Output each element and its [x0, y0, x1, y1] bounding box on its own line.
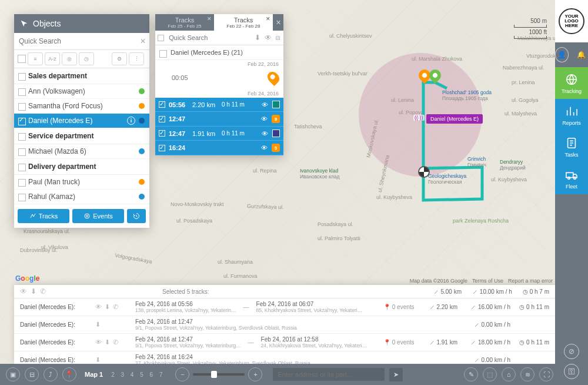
track-event[interactable]: 00:05 — [155, 68, 283, 89]
map-pin-start[interactable] — [419, 69, 430, 85]
map-pin-end[interactable] — [418, 166, 430, 178]
track-row[interactable]: 12:47 👁 9 — [155, 112, 283, 127]
track-checkbox[interactable] — [159, 101, 165, 108]
object-rahul[interactable]: Rahul (Kamaz) — [14, 190, 149, 204]
color-swatch[interactable] — [272, 101, 280, 108]
home-icon[interactable]: ⌂ — [502, 367, 516, 381]
key-icon[interactable]: ⚿ — [564, 364, 579, 379]
traffic-icon[interactable]: ⊟ — [25, 367, 39, 381]
tracks-search-input[interactable] — [166, 31, 252, 45]
object-daniel[interactable]: Daniel (Mercedes E)i — [14, 114, 149, 128]
tracks-tab-2[interactable]: TracksFeb 22 - Feb 28✕ — [214, 14, 273, 31]
nav-fleet[interactable]: Fleet — [555, 162, 588, 194]
result-row[interactable]: Daniel (Mercedes E):⬇ Feb 24, 2016 at 16… — [14, 351, 555, 364]
filter-icon[interactable]: ⋮ — [129, 52, 144, 65]
nav-tasks[interactable]: Tasks — [555, 131, 588, 162]
address-input[interactable] — [273, 368, 385, 381]
share-icon[interactable]: ⤴ — [44, 367, 58, 381]
track-row[interactable]: 12:471.91 km0 h 11 m 👁 — [155, 127, 283, 141]
eye-icon[interactable]: 👁 — [260, 144, 268, 151]
download-icon[interactable]: ⬇ — [252, 34, 263, 42]
object-ann[interactable]: Ann (Volkswagen) — [14, 84, 149, 99]
eye-off-icon[interactable]: ⦻ — [273, 34, 283, 42]
report-link[interactable]: Report a map error — [508, 278, 553, 284]
eye-icon[interactable]: 👁 — [263, 34, 273, 42]
svg-point-3 — [568, 177, 570, 180]
track-checkbox[interactable] — [159, 116, 165, 122]
group-service[interactable]: Service department — [14, 128, 149, 144]
result-row[interactable]: Daniel (Mercedes E):👁⬇✆ Feb 24, 2016 at … — [14, 298, 555, 316]
object-paul[interactable]: Paul (Man truck) — [14, 175, 149, 190]
track-checkbox[interactable] — [159, 145, 165, 151]
track-row[interactable]: 16:24 👁 5 — [155, 141, 283, 155]
object-michael[interactable]: Michael (Mazda 6) — [14, 144, 149, 159]
result-row[interactable]: Daniel (Mercedes E):⬇ Feb 24, 2016 at 12… — [14, 316, 555, 334]
track-row[interactable]: 05:562.20 km0 h 11 m 👁 — [155, 98, 283, 112]
select-all-tracks[interactable] — [155, 35, 166, 41]
svg-point-5 — [86, 215, 88, 217]
sort-az-button[interactable]: A-z — [45, 52, 60, 65]
list-view-icon[interactable]: ≡ — [28, 52, 43, 65]
clock-icon[interactable]: ◷ — [79, 52, 94, 65]
object-samantha[interactable]: Samantha (Ford Focus) — [14, 99, 149, 114]
svg-point-4 — [574, 177, 576, 180]
event-badge: 9 — [272, 115, 280, 123]
objects-panel: Objects ✕ ≡ A-z ◎ ◷ ⚙ ⋮ Sales department… — [14, 14, 149, 228]
user-icon[interactable]: 👤 — [555, 47, 569, 62]
eye-icon[interactable]: 👁 — [260, 130, 269, 137]
download-icon[interactable]: ⬇ — [31, 287, 36, 296]
map-tabs[interactable]: 2 3 4 5 6 7 — [111, 371, 165, 378]
results-panel: 👁⬇✆ Selected 5 tracks: ⟋ 5.00 km ⟋ 10.00… — [14, 285, 555, 364]
ruler-icon[interactable]: ✎ — [464, 367, 478, 381]
cursor-icon — [20, 19, 28, 28]
close-tab-icon[interactable]: ✕ — [207, 16, 212, 22]
zoom-in-icon[interactable]: + — [248, 367, 262, 381]
track-checkbox[interactable] — [159, 130, 165, 137]
row-actions[interactable]: 👁⬇✆ — [95, 338, 129, 346]
zoom-slider[interactable] — [193, 373, 245, 376]
clear-search-icon[interactable]: ✕ — [136, 33, 149, 49]
object-tool-icon[interactable]: ▣ — [6, 367, 20, 381]
zoom-out-icon[interactable]: − — [175, 367, 189, 381]
nav-tracking[interactable]: Tracking — [555, 67, 588, 99]
address-go-icon[interactable]: ➤ — [389, 368, 403, 381]
target-icon[interactable]: ◎ — [62, 52, 77, 65]
map-pin-start2[interactable] — [429, 69, 441, 85]
right-nav: YOUR LOGO HERE 👤 🔔 Tracking Reports Task… — [555, 0, 588, 385]
events-button[interactable]: Events — [72, 209, 124, 223]
tracks-button[interactable]: Tracks — [18, 209, 69, 223]
select-all-checkbox[interactable] — [18, 55, 26, 63]
map-object-label[interactable]: Daniel (Mercedes E) — [426, 114, 483, 124]
mute-icon[interactable]: ⊘ — [564, 344, 579, 359]
tracks-object-head[interactable]: Daniel (Mercedes E) (21) — [155, 45, 283, 60]
row-actions[interactable]: 👁⬇✆ — [95, 303, 129, 311]
bell-icon[interactable]: 🔔 — [574, 47, 588, 62]
eye-icon[interactable]: 👁 — [260, 115, 268, 122]
close-panel-icon[interactable]: ✕ — [273, 14, 283, 31]
eye-icon[interactable]: 👁 — [20, 287, 27, 296]
poi-label: DendraryyДендрарий — [500, 159, 526, 171]
fullscreen-icon[interactable]: ⛶ — [539, 367, 553, 381]
google-logo: Google — [15, 274, 39, 283]
objects-header: Objects — [14, 14, 149, 33]
nav-reports[interactable]: Reports — [555, 99, 588, 131]
map-selector[interactable]: Map 1 — [85, 371, 103, 378]
settings-icon[interactable]: ⚙ — [112, 52, 127, 65]
eye-icon[interactable]: 👁 — [260, 101, 269, 108]
info-icon[interactable]: i — [127, 117, 135, 125]
group-sales[interactable]: Sales department — [14, 68, 149, 84]
close-tab-icon[interactable]: ✕ — [266, 16, 270, 22]
terms-link[interactable]: Terms of Use — [472, 278, 503, 284]
objects-search-input[interactable] — [14, 33, 136, 49]
history-button[interactable] — [127, 209, 146, 223]
result-row[interactable]: Daniel (Mercedes E):👁⬇✆ Feb 24, 2016 at … — [14, 334, 555, 351]
tracks-tab-1[interactable]: TracksFeb 25 - Feb 25✕ — [155, 14, 214, 31]
color-swatch[interactable] — [272, 130, 280, 137]
row-actions[interactable]: ⬇ — [95, 356, 129, 364]
phone-icon[interactable]: ✆ — [40, 287, 46, 296]
group-delivery[interactable]: Delivery department — [14, 159, 149, 175]
row-actions[interactable]: ⬇ — [95, 321, 129, 328]
area-icon[interactable]: ⬚ — [483, 367, 497, 381]
locate-icon[interactable]: 📍 — [62, 367, 76, 381]
layers-icon[interactable]: ≋ — [520, 367, 534, 381]
